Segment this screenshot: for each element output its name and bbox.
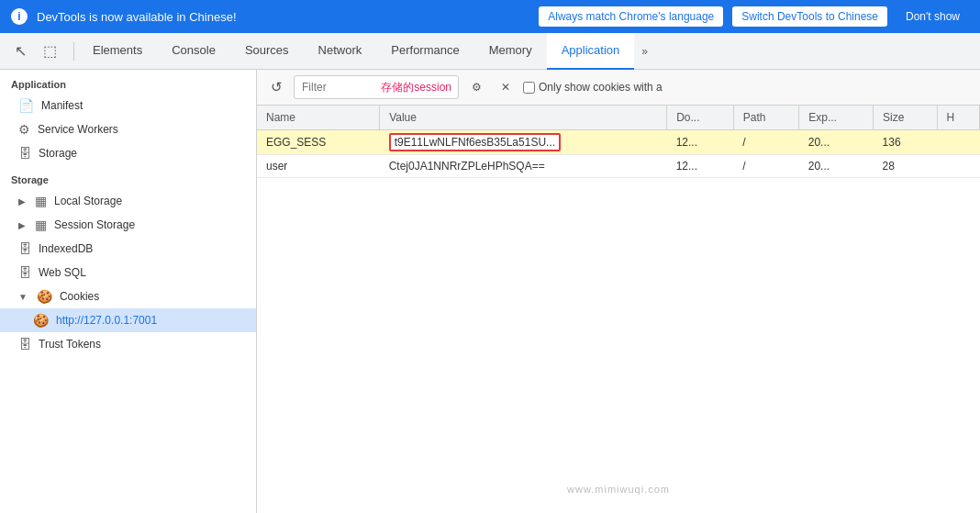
storage-section-title: Storage — [0, 165, 256, 189]
tab-bar-icons: ↖ ⬚ — [7, 39, 62, 64]
sidebar-item-storage[interactable]: 🗄 Storage — [0, 141, 256, 165]
cell-value: t9E11LwNLFNf6esB35La51SU... — [380, 130, 667, 155]
back-icon[interactable]: ↖ — [7, 39, 33, 64]
sidebar-item-label-indexeddb: IndexedDB — [39, 242, 93, 255]
value-highlighted-box: t9E11LwNLFNf6esB35La51SU... — [389, 133, 561, 151]
sidebar-item-label-storage: Storage — [39, 147, 77, 160]
sidebar: Application 📄 Manifest ⚙ Service Workers… — [0, 70, 257, 513]
notification-bar: i DevTools is now available in Chinese! … — [0, 0, 980, 33]
cookie-filter-checkbox-label[interactable]: Only show cookies with a — [523, 81, 663, 94]
col-size[interactable]: Size — [874, 106, 937, 130]
tab-divider — [73, 42, 74, 61]
tab-sources[interactable]: Sources — [230, 33, 304, 70]
col-value[interactable]: Value — [380, 106, 667, 130]
cell-path: / — [733, 130, 799, 155]
tab-memory[interactable]: Memory — [474, 33, 547, 70]
cookies-icon: 🍪 — [37, 289, 52, 304]
col-name[interactable]: Name — [257, 106, 380, 130]
cell-expires: 20... — [799, 155, 874, 178]
cookie-url-icon: 🍪 — [33, 313, 49, 328]
table-header-row: Name Value Do... Path Exp... Size H — [257, 106, 980, 130]
tab-network[interactable]: Network — [304, 33, 377, 70]
col-path[interactable]: Path — [733, 106, 799, 130]
service-workers-icon: ⚙ — [18, 122, 30, 137]
cell-domain: 12... — [667, 155, 734, 178]
col-domain[interactable]: Do... — [667, 106, 734, 130]
sidebar-item-label-cookie-url: http://127.0.0.1:7001 — [56, 314, 157, 327]
match-language-button[interactable]: Always match Chrome's language — [539, 6, 723, 27]
trust-tokens-icon: 🗄 — [18, 337, 31, 351]
expand-arrow-session: ▶ — [18, 220, 26, 230]
cell-domain: 12... — [667, 130, 734, 155]
expand-arrow-cookies: ▼ — [18, 292, 28, 302]
cell-size: 136 — [874, 130, 937, 155]
sidebar-item-websql[interactable]: 🗄 Web SQL — [0, 261, 256, 284]
filter-container: 存储的session — [294, 75, 459, 99]
app-section-title: Application — [0, 70, 256, 94]
sidebar-item-session-storage[interactable]: ▶ ▦ Session Storage — [0, 213, 256, 237]
cookie-filter-checkbox[interactable] — [523, 82, 535, 94]
tab-application[interactable]: Application — [547, 33, 635, 70]
cell-name: user — [257, 155, 380, 178]
filter-settings-button[interactable]: ⚙ — [464, 75, 488, 99]
cell-h — [937, 130, 980, 155]
sidebar-item-label-cookies: Cookies — [60, 290, 99, 303]
storage-icon: 🗄 — [18, 146, 31, 161]
sidebar-item-trust-tokens[interactable]: 🗄 Trust Tokens — [0, 332, 256, 356]
sidebar-item-manifest[interactable]: 📄 Manifest — [0, 94, 256, 117]
col-h[interactable]: H — [937, 106, 980, 130]
sidebar-item-local-storage[interactable]: ▶ ▦ Local Storage — [0, 189, 256, 213]
switch-chinese-button[interactable]: Switch DevTools to Chinese — [732, 6, 887, 27]
dont-show-button[interactable]: Don't show — [896, 6, 969, 27]
refresh-button[interactable]: ↺ — [264, 75, 288, 99]
content-toolbar: ↺ 存储的session ⚙ ✕ Only show cookies with … — [257, 70, 980, 106]
main-area: Application 📄 Manifest ⚙ Service Workers… — [0, 70, 980, 513]
tab-bar: ↖ ⬚ Elements Console Sources Network Per… — [0, 33, 980, 70]
session-storage-icon: ▦ — [35, 217, 47, 232]
dock-icon[interactable]: ⬚ — [37, 39, 62, 64]
sidebar-item-label-local-storage: Local Storage — [54, 195, 122, 207]
local-storage-icon: ▦ — [35, 194, 47, 208]
cell-h — [937, 155, 980, 178]
sidebar-item-cookie-url[interactable]: 🍪 http://127.0.0.1:7001 — [0, 308, 256, 332]
info-icon: i — [11, 8, 28, 25]
notif-text: DevTools is now available in Chinese! — [37, 10, 529, 24]
sidebar-item-label-manifest: Manifest — [41, 99, 83, 112]
sidebar-item-label-session-storage: Session Storage — [54, 218, 135, 231]
cell-value: Ctej0JA1NNRrZPLeHPhSQA== — [380, 155, 667, 178]
table-row: EGG_SESS t9E11LwNLFNf6esB35La51SU... 12.… — [257, 130, 980, 155]
checkbox-label-text: Only show cookies with a — [539, 81, 663, 94]
data-table: Name Value Do... Path Exp... Size H EGG_… — [257, 106, 980, 513]
cell-expires: 20... — [799, 130, 874, 155]
tab-elements[interactable]: Elements — [78, 33, 157, 70]
tab-performance[interactable]: Performance — [376, 33, 473, 70]
tab-console[interactable]: Console — [157, 33, 230, 70]
indexeddb-icon: 🗄 — [18, 241, 31, 256]
sidebar-item-label-service-workers: Service Workers — [38, 123, 118, 136]
content-area: ↺ 存储的session ⚙ ✕ Only show cookies with … — [257, 70, 980, 513]
more-tabs-button[interactable]: » — [634, 33, 655, 70]
watermark: www.mimiwuqi.com — [567, 484, 670, 495]
websql-icon: 🗄 — [18, 265, 31, 280]
sidebar-item-label-trust-tokens: Trust Tokens — [39, 338, 101, 351]
sidebar-item-cookies[interactable]: ▼ 🍪 Cookies — [0, 284, 256, 308]
sidebar-item-label-websql: Web SQL — [39, 266, 86, 279]
cell-size: 28 — [874, 155, 937, 178]
filter-input[interactable] — [294, 75, 459, 99]
cell-name: EGG_SESS — [257, 130, 380, 155]
cookies-table: Name Value Do... Path Exp... Size H EGG_… — [257, 106, 980, 178]
expand-arrow-local: ▶ — [18, 196, 26, 206]
col-expires[interactable]: Exp... — [799, 106, 874, 130]
manifest-icon: 📄 — [18, 98, 34, 113]
sidebar-item-indexeddb[interactable]: 🗄 IndexedDB — [0, 237, 256, 261]
table-row: user Ctej0JA1NNRrZPLeHPhSQA== 12... / 20… — [257, 155, 980, 178]
clear-filter-button[interactable]: ✕ — [494, 75, 518, 99]
sidebar-item-service-workers[interactable]: ⚙ Service Workers — [0, 117, 256, 141]
cell-path: / — [733, 155, 799, 178]
